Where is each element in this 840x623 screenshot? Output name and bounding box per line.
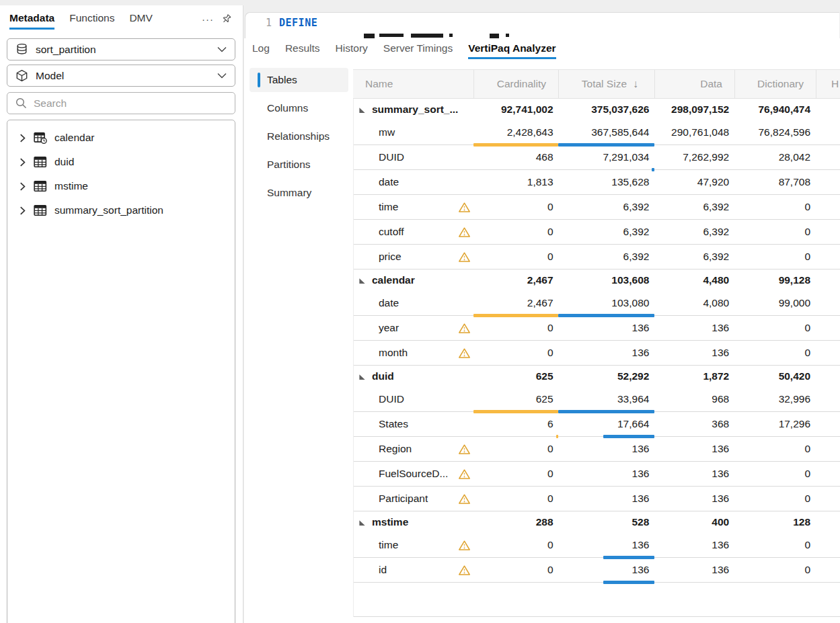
pin-icon[interactable] [221,13,232,25]
cardinality-cell: 0 [474,539,559,551]
row-name: id [379,564,387,576]
results-tab-server-timings[interactable]: Server Timings [383,42,453,59]
column-row[interactable]: Participant01361360 [354,487,840,511]
name-cell: time [354,195,474,219]
total_size-cell: 6,392 [559,226,655,238]
table-group-row[interactable]: duid62552,2921,87250,420 [354,366,840,387]
results-tab-results[interactable]: Results [285,42,320,59]
name-cell: mstime [354,511,474,533]
results-tab-history[interactable]: History [336,42,368,59]
subnav-columns[interactable]: Columns [250,96,348,120]
dictionary-cell: 0 [734,539,816,551]
expand-icon[interactable] [358,373,366,380]
column-row[interactable]: year01361360 [354,316,840,341]
col-header-name[interactable]: Name [353,70,473,98]
search-input[interactable] [34,97,227,110]
col-header-label: Total Size [582,78,627,90]
column-row[interactable]: DUID4687,291,0347,262,99228,042 [354,145,840,170]
column-row[interactable]: mw2,428,643367,585,644290,761,04876,824,… [354,120,840,145]
cube-icon [15,69,28,82]
row-name: time [379,539,398,551]
name-cell: time [354,533,474,557]
chevron-right-icon[interactable] [20,182,26,191]
row-name: duid [372,370,394,382]
results-tab-log[interactable]: Log [252,42,270,59]
column-row[interactable]: time06,3926,3920 [354,195,840,220]
dictionary-cell: 76,824,596 [734,126,816,138]
subnav-summary[interactable]: Summary [250,181,348,205]
column-row[interactable]: time01361360 [354,533,840,558]
column-row[interactable]: month01361360 [354,341,840,366]
tree-item-mstime[interactable]: mstime [7,174,235,198]
cardinality-cell: 2,467 [474,274,559,286]
cardinality-bar [473,314,558,317]
column-row[interactable]: date2,467103,0804,08099,000 [354,291,840,316]
dictionary-cell: 0 [734,201,816,213]
database-selector[interactable]: sort_partition [7,38,235,60]
table-group-row[interactable]: calendar2,467103,6084,48099,128 [354,269,840,291]
tree-item-duid[interactable]: duid [7,150,235,174]
row-name: price [379,251,402,263]
column-row[interactable]: price06,3926,3920 [354,245,840,269]
code-line-1: 1DEFINE [245,13,839,29]
total_size-cell: 103,608 [559,274,655,286]
column-row[interactable]: date1,813135,62847,92087,708 [354,170,840,195]
subnav-tables[interactable]: Tables [250,68,348,92]
query-editor[interactable]: 1DEFINE [245,12,839,38]
row-name: cutoff [379,226,404,238]
row-name: FuelSourceD... [379,468,448,480]
tree-item-calendar[interactable]: calendar [7,126,235,150]
col-header-data[interactable]: Data [654,70,734,98]
column-row[interactable]: States617,66436817,296 [354,412,840,437]
dictionary-cell: 0 [734,251,816,263]
model-selector[interactable]: Model [7,65,235,87]
sidebar-tab-dmv[interactable]: DMV [129,12,152,30]
table-group-row[interactable]: mstime288528400128 [354,511,840,533]
warning-icon [458,202,471,213]
total-size-bar [652,168,654,171]
chevron-right-icon[interactable] [20,158,26,167]
col-header-total-size[interactable]: Total Size↓ [558,70,654,98]
col-header-dictionary[interactable]: Dictionary [734,70,816,98]
column-row[interactable]: DUID62533,96496832,996 [354,387,840,412]
expand-icon[interactable] [358,106,366,114]
cardinality-cell: 0 [474,251,559,263]
table-group-row[interactable]: summary_sort_...92,741,002375,037,626298… [354,99,840,120]
column-row[interactable]: Region01361360 [354,437,840,462]
vertipaq-tables-grid: NameCardinalityTotal Size↓DataDictionary… [353,69,840,617]
row-name: DUID [379,393,404,405]
col-header-cardinality[interactable]: Cardinality [473,70,558,98]
column-row[interactable]: cutoff06,3926,3920 [354,220,840,245]
cardinality-cell: 0 [474,493,559,505]
subnav-relationships[interactable]: Relationships [250,124,348,149]
sidebar-tab-metadata[interactable]: Metadata [9,12,54,30]
name-cell: calendar [354,269,474,291]
data-cell: 4,080 [654,297,734,309]
expand-icon[interactable] [358,519,366,526]
col-header-h[interactable]: H [816,70,840,98]
dictionary-cell: 99,000 [734,297,816,309]
cardinality-bar [556,435,558,438]
results-tabs: LogResultsHistoryServer TimingsVertiPaq … [252,42,556,59]
data-cell: 368 [654,418,734,430]
warning-icon [458,493,471,505]
name-cell: year [354,316,474,340]
column-row[interactable]: FuelSourceD...01361360 [354,462,840,487]
database-icon [15,43,28,56]
data-cell: 136 [654,564,734,576]
cardinality-cell: 625 [474,393,559,405]
tree-item-summary-sort-partition[interactable]: summary_sort_partition [7,198,235,222]
column-row[interactable]: id01361360 [354,558,840,583]
sidebar-tab-functions[interactable]: Functions [69,12,114,30]
cardinality-cell: 0 [474,564,559,576]
dictionary-cell: 0 [734,347,816,359]
col-header-label: Cardinality [497,78,546,90]
more-icon[interactable]: ··· [202,16,214,23]
col-header-label: Dictionary [757,78,804,90]
subnav-partitions[interactable]: Partitions [250,153,348,177]
chevron-right-icon[interactable] [20,206,26,215]
results-tab-vertipaq-analyzer[interactable]: VertiPaq Analyzer [468,42,556,59]
chevron-right-icon[interactable] [20,134,26,142]
cardinality-cell: 625 [474,370,559,382]
expand-icon[interactable] [358,277,366,284]
